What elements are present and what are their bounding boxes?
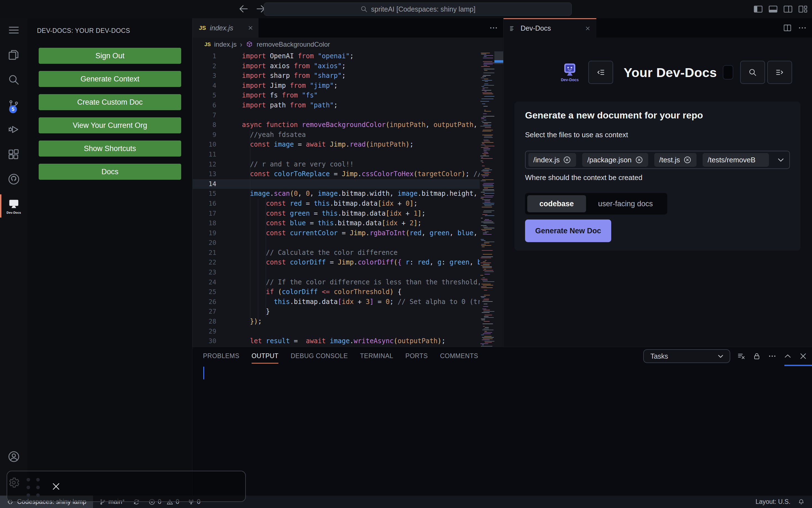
dark-square[interactable]	[723, 65, 733, 80]
minimap[interactable]	[480, 51, 494, 347]
minimap-line	[483, 61, 492, 62]
generate-new-doc-button[interactable]: Generate New Doc	[525, 219, 611, 242]
collapse-menu-button[interactable]	[588, 61, 613, 84]
activity-item-github[interactable]	[0, 173, 28, 185]
panel-tab-comments[interactable]: COMMENTS	[440, 347, 478, 365]
tab-label: Dev-Docs	[521, 24, 551, 32]
toggle-option-user-facing-docs[interactable]: user-facing docs	[586, 195, 665, 212]
close-tab-icon[interactable]	[584, 25, 591, 32]
minimap-line	[484, 110, 486, 111]
panel-tab-terminal[interactable]: TERMINAL	[360, 347, 393, 365]
minimap-line	[484, 331, 487, 332]
remove-file-icon[interactable]	[683, 156, 692, 164]
drag-handle-dots[interactable]	[27, 478, 40, 497]
breadcrumb-symbol[interactable]: removeBackgroundColor	[256, 41, 330, 48]
more-actions-icon[interactable]	[798, 23, 807, 33]
minimap-line	[482, 166, 485, 166]
context-file-chip[interactable]: /package.json	[582, 153, 648, 167]
activity-item-source-control[interactable]: 5	[0, 98, 28, 111]
minimap-line	[484, 96, 494, 97]
dev-docs-sidebar: DEV-DOCS: YOUR DEV-DOCS Sign OutGenerate…	[28, 18, 193, 496]
close-tab-icon[interactable]	[247, 24, 254, 32]
breadcrumb[interactable]: JS index.js › removeBackgroundColor	[193, 38, 503, 51]
editor-scrollbar[interactable]	[494, 51, 503, 347]
code-line: 24 // If the color difference is less th…	[193, 278, 480, 287]
context-files-select[interactable]: /index.js/package.json/test.js/tests/rem…	[525, 151, 790, 169]
maximize-panel-icon[interactable]	[783, 352, 792, 361]
code-line: 23	[193, 267, 480, 278]
minimap-line	[483, 324, 493, 324]
code-line-content: const colorDiff = Jimp.colorDiff({ r: re…	[242, 258, 480, 267]
sidebar-button-show-shortcuts[interactable]: Show Shortcuts	[39, 140, 181, 157]
customize-layout-icon[interactable]	[798, 4, 808, 14]
code-line-content: const blue = this.bitmap.data[idx + 2];	[242, 218, 421, 228]
activity-item-explorer[interactable]	[0, 49, 28, 61]
keyboard-layout-status[interactable]: Layout: U.S.	[756, 498, 790, 506]
minimap-line	[483, 155, 486, 155]
output-channel-dropdown[interactable]: Tasks	[643, 349, 730, 363]
minimap-line	[484, 315, 492, 315]
panel-scrollbar[interactable]	[784, 365, 812, 366]
breadcrumb-file[interactable]: index.js	[214, 41, 236, 48]
activity-item-menu[interactable]	[0, 24, 28, 36]
activity-item-run-debug[interactable]	[0, 123, 28, 136]
toggle-secondary-sidebar-icon[interactable]	[783, 4, 793, 14]
panel-tab-output[interactable]: OUTPUT	[252, 347, 279, 365]
minimap-line	[484, 111, 491, 112]
minimap-line	[481, 279, 487, 280]
sidebar-button-generate-context[interactable]: Generate Context	[39, 71, 181, 87]
clear-output-icon[interactable]	[737, 352, 746, 361]
activity-item-account[interactable]	[0, 450, 28, 463]
notification-overlay	[7, 471, 246, 502]
minimap-line	[481, 218, 483, 218]
minimap-line	[483, 203, 494, 204]
sidebar-button-view-your-current-org[interactable]: View Your Current Org	[39, 117, 181, 133]
minimap-line	[484, 295, 490, 295]
code-line: 4import Jimp from "jimp";	[193, 81, 480, 91]
line-number: 26	[193, 297, 216, 307]
minimap-line	[485, 342, 492, 343]
remove-file-icon[interactable]	[563, 156, 571, 164]
panel-tab-ports[interactable]: PORTS	[405, 347, 428, 365]
activity-item-extensions[interactable]	[0, 148, 28, 161]
panel-tab-problems[interactable]: PROBLEMS	[203, 347, 239, 365]
activity-item-search[interactable]	[0, 74, 28, 86]
code-editor[interactable]: 1import OpenAI from "openai";2import axi…	[193, 51, 503, 347]
sidebar-button-sign-out[interactable]: Sign Out	[39, 48, 181, 64]
tab-dev-docs[interactable]: Dev-Docs	[503, 18, 596, 38]
minimap-line	[482, 250, 493, 251]
toggle-sidebar-icon[interactable]	[753, 4, 763, 14]
toggle-panel-icon[interactable]	[768, 4, 778, 14]
code-line-content: const currentColor = Jimp.rgbaToInt(red,…	[242, 228, 480, 238]
back-icon[interactable]	[238, 3, 249, 14]
notifications-bell-icon[interactable]	[798, 498, 805, 506]
activity-item-dev-docs[interactable]: Dev-Docs	[0, 198, 28, 214]
command-center-search[interactable]: spriteAI [Codespaces: shiny lamp]	[264, 2, 572, 16]
minimap-marker	[494, 60, 503, 63]
tab-index-js[interactable]: JS index.js	[193, 18, 258, 38]
sidebar-button-create-custom-doc[interactable]: Create Custom Doc	[39, 94, 181, 110]
chevron-down-icon[interactable]	[776, 155, 785, 165]
context-file-chip[interactable]: /index.js	[528, 153, 576, 167]
minimap-line	[480, 275, 483, 276]
menu-button[interactable]	[767, 61, 792, 84]
close-overlay-icon[interactable]	[51, 481, 61, 492]
minimap-line	[484, 271, 494, 272]
minimap-line	[484, 63, 494, 63]
split-editor-icon[interactable]	[783, 23, 792, 33]
lock-icon[interactable]	[752, 352, 761, 361]
toggle-option-codebase[interactable]: codebase	[527, 195, 586, 212]
remove-file-icon[interactable]	[635, 156, 643, 164]
panel-more-icon[interactable]	[768, 352, 777, 361]
minimap-line	[484, 65, 487, 66]
sidebar-button-docs[interactable]: Docs	[39, 164, 181, 180]
context-file-chip[interactable]: /tests/removeB	[703, 153, 769, 167]
editor-actions-more-icon[interactable]	[489, 23, 498, 33]
context-file-chip[interactable]: /test.js	[654, 153, 697, 167]
search-button[interactable]	[740, 61, 765, 84]
code-line: 17 const green = this.bitmap.data[idx + …	[193, 209, 480, 219]
minimap-line	[485, 260, 487, 261]
extensions-icon	[7, 148, 20, 161]
panel-tab-debug-console[interactable]: DEBUG CONSOLE	[291, 347, 348, 365]
close-panel-icon[interactable]	[799, 352, 808, 361]
